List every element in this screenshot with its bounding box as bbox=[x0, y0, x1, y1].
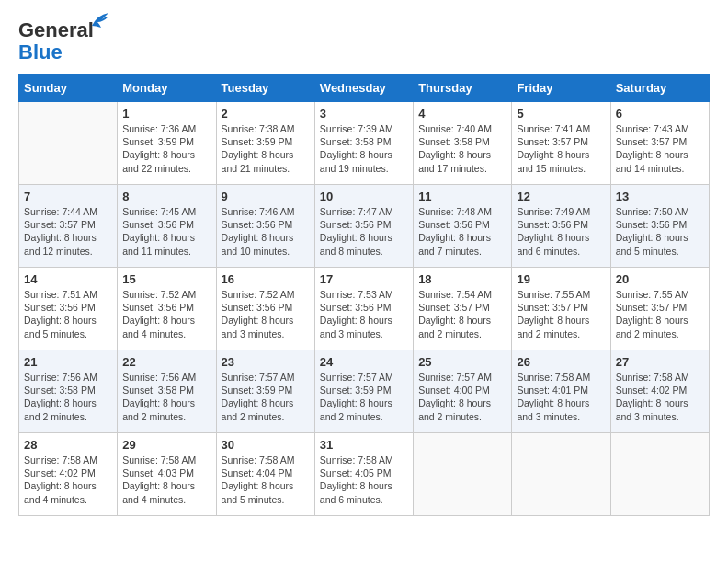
day-number: 2 bbox=[222, 107, 310, 121]
sunset-text: Sunset: 3:57 PM bbox=[517, 136, 588, 147]
day-info: Sunrise: 7:41 AMSunset: 3:57 PMDaylight:… bbox=[517, 122, 605, 175]
calendar-cell: 17Sunrise: 7:53 AMSunset: 3:56 PMDayligh… bbox=[314, 268, 413, 350]
column-header-saturday: Saturday bbox=[610, 75, 709, 102]
sunrise-text: Sunrise: 7:48 AM bbox=[418, 206, 492, 217]
day-info: Sunrise: 7:47 AMSunset: 3:56 PMDaylight:… bbox=[320, 205, 408, 258]
day-info: Sunrise: 7:58 AMSunset: 4:01 PMDaylight:… bbox=[517, 371, 605, 423]
day-number: 26 bbox=[517, 355, 605, 369]
daylight-text: Daylight: 8 hours and 5 minutes. bbox=[616, 232, 688, 256]
daylight-text: Daylight: 8 hours and 17 minutes. bbox=[418, 149, 491, 173]
daylight-text: Daylight: 8 hours and 3 minutes. bbox=[517, 397, 589, 421]
sunset-text: Sunset: 3:59 PM bbox=[222, 385, 293, 396]
daylight-text: Daylight: 8 hours and 7 minutes. bbox=[418, 232, 491, 256]
logo-blue: Blue bbox=[18, 40, 63, 64]
sunset-text: Sunset: 3:58 PM bbox=[122, 385, 194, 396]
calendar-cell: 8Sunrise: 7:45 AMSunset: 3:56 PMDaylight… bbox=[118, 185, 216, 268]
day-number: 19 bbox=[517, 272, 605, 286]
sunset-text: Sunset: 3:57 PM bbox=[616, 136, 688, 147]
sunrise-text: Sunrise: 7:45 AM bbox=[122, 206, 196, 217]
column-header-friday: Friday bbox=[512, 75, 610, 102]
calendar-body: 1Sunrise: 7:36 AMSunset: 3:59 PMDaylight… bbox=[19, 102, 710, 516]
daylight-text: Daylight: 8 hours and 2 minutes. bbox=[616, 315, 688, 339]
calendar-cell: 16Sunrise: 7:52 AMSunset: 3:56 PMDayligh… bbox=[216, 268, 314, 350]
sunset-text: Sunset: 3:56 PM bbox=[222, 219, 293, 230]
calendar-cell: 20Sunrise: 7:55 AMSunset: 3:57 PMDayligh… bbox=[610, 268, 709, 350]
sunset-text: Sunset: 3:56 PM bbox=[24, 302, 96, 313]
day-info: Sunrise: 7:58 AMSunset: 4:02 PMDaylight:… bbox=[24, 454, 112, 506]
sunset-text: Sunset: 3:57 PM bbox=[616, 302, 688, 313]
day-info: Sunrise: 7:45 AMSunset: 3:56 PMDaylight:… bbox=[122, 205, 210, 258]
calendar-cell: 19Sunrise: 7:55 AMSunset: 3:57 PMDayligh… bbox=[512, 268, 610, 350]
calendar-cell: 22Sunrise: 7:56 AMSunset: 3:58 PMDayligh… bbox=[118, 350, 216, 433]
calendar-cell: 14Sunrise: 7:51 AMSunset: 3:56 PMDayligh… bbox=[19, 268, 118, 350]
sunset-text: Sunset: 3:56 PM bbox=[320, 219, 392, 230]
logo-bird-icon bbox=[90, 11, 110, 29]
sunrise-text: Sunrise: 7:57 AM bbox=[320, 372, 393, 383]
daylight-text: Daylight: 8 hours and 2 minutes. bbox=[418, 397, 491, 421]
sunset-text: Sunset: 3:56 PM bbox=[616, 219, 688, 230]
sunrise-text: Sunrise: 7:58 AM bbox=[222, 454, 295, 465]
day-number: 1 bbox=[122, 107, 210, 121]
day-number: 14 bbox=[24, 272, 112, 286]
sunrise-text: Sunrise: 7:54 AM bbox=[418, 289, 492, 300]
sunset-text: Sunset: 3:59 PM bbox=[122, 136, 194, 147]
calendar-cell: 25Sunrise: 7:57 AMSunset: 4:00 PMDayligh… bbox=[414, 350, 512, 433]
sunrise-text: Sunrise: 7:50 AM bbox=[616, 206, 689, 217]
daylight-text: Daylight: 8 hours and 11 minutes. bbox=[122, 232, 195, 256]
day-number: 11 bbox=[418, 190, 506, 203]
calendar-week-row: 7Sunrise: 7:44 AMSunset: 3:57 PMDaylight… bbox=[19, 185, 710, 268]
sunrise-text: Sunrise: 7:57 AM bbox=[222, 372, 295, 383]
day-number: 28 bbox=[24, 438, 112, 452]
calendar-cell bbox=[512, 433, 610, 516]
sunset-text: Sunset: 3:57 PM bbox=[517, 302, 588, 313]
day-info: Sunrise: 7:58 AMSunset: 4:02 PMDaylight:… bbox=[616, 371, 704, 423]
day-info: Sunrise: 7:46 AMSunset: 3:56 PMDaylight:… bbox=[222, 205, 310, 258]
sunset-text: Sunset: 4:03 PM bbox=[122, 467, 194, 478]
sunrise-text: Sunrise: 7:47 AM bbox=[320, 206, 393, 217]
calendar-cell: 4Sunrise: 7:40 AMSunset: 3:58 PMDaylight… bbox=[414, 102, 512, 185]
calendar-cell bbox=[19, 102, 118, 185]
calendar-cell: 31Sunrise: 7:58 AMSunset: 4:05 PMDayligh… bbox=[314, 433, 413, 516]
sunset-text: Sunset: 4:01 PM bbox=[517, 385, 588, 396]
sunset-text: Sunset: 3:58 PM bbox=[418, 136, 490, 147]
sunrise-text: Sunrise: 7:51 AM bbox=[24, 289, 97, 300]
sunset-text: Sunset: 3:56 PM bbox=[418, 219, 490, 230]
calendar-cell: 18Sunrise: 7:54 AMSunset: 3:57 PMDayligh… bbox=[414, 268, 512, 350]
day-number: 23 bbox=[222, 355, 310, 369]
daylight-text: Daylight: 8 hours and 21 minutes. bbox=[222, 149, 294, 173]
day-info: Sunrise: 7:57 AMSunset: 3:59 PMDaylight:… bbox=[222, 371, 310, 423]
day-number: 7 bbox=[24, 190, 112, 203]
sunset-text: Sunset: 3:56 PM bbox=[222, 302, 293, 313]
sunset-text: Sunset: 3:56 PM bbox=[122, 302, 194, 313]
calendar-cell: 12Sunrise: 7:49 AMSunset: 3:56 PMDayligh… bbox=[512, 185, 610, 268]
daylight-text: Daylight: 8 hours and 3 minutes. bbox=[222, 315, 294, 339]
sunrise-text: Sunrise: 7:39 AM bbox=[320, 123, 393, 134]
daylight-text: Daylight: 8 hours and 5 minutes. bbox=[222, 480, 294, 504]
calendar-cell: 27Sunrise: 7:58 AMSunset: 4:02 PMDayligh… bbox=[610, 350, 709, 433]
daylight-text: Daylight: 8 hours and 2 minutes. bbox=[517, 315, 589, 339]
calendar-cell: 23Sunrise: 7:57 AMSunset: 3:59 PMDayligh… bbox=[216, 350, 314, 433]
sunset-text: Sunset: 4:05 PM bbox=[320, 467, 392, 478]
day-info: Sunrise: 7:58 AMSunset: 4:05 PMDaylight:… bbox=[320, 454, 408, 506]
sunset-text: Sunset: 4:04 PM bbox=[222, 467, 293, 478]
day-number: 21 bbox=[24, 355, 112, 369]
day-info: Sunrise: 7:58 AMSunset: 4:04 PMDaylight:… bbox=[222, 454, 310, 506]
sunset-text: Sunset: 3:56 PM bbox=[122, 219, 194, 230]
day-info: Sunrise: 7:57 AMSunset: 4:00 PMDaylight:… bbox=[418, 371, 506, 423]
day-number: 10 bbox=[320, 190, 408, 203]
sunrise-text: Sunrise: 7:55 AM bbox=[616, 289, 689, 300]
daylight-text: Daylight: 8 hours and 2 minutes. bbox=[320, 397, 392, 421]
calendar-cell: 2Sunrise: 7:38 AMSunset: 3:59 PMDaylight… bbox=[216, 102, 314, 185]
calendar-cell: 29Sunrise: 7:58 AMSunset: 4:03 PMDayligh… bbox=[118, 433, 216, 516]
sunset-text: Sunset: 4:02 PM bbox=[24, 467, 96, 478]
day-number: 30 bbox=[222, 438, 310, 452]
calendar-table: SundayMondayTuesdayWednesdayThursdayFrid… bbox=[18, 74, 710, 516]
day-info: Sunrise: 7:49 AMSunset: 3:56 PMDaylight:… bbox=[517, 205, 605, 258]
sunrise-text: Sunrise: 7:53 AM bbox=[320, 289, 393, 300]
sunrise-text: Sunrise: 7:38 AM bbox=[222, 123, 295, 134]
sunrise-text: Sunrise: 7:55 AM bbox=[517, 289, 590, 300]
logo: General Blue bbox=[18, 18, 94, 64]
day-number: 12 bbox=[517, 190, 605, 203]
day-number: 3 bbox=[320, 107, 408, 121]
day-info: Sunrise: 7:57 AMSunset: 3:59 PMDaylight:… bbox=[320, 371, 408, 423]
